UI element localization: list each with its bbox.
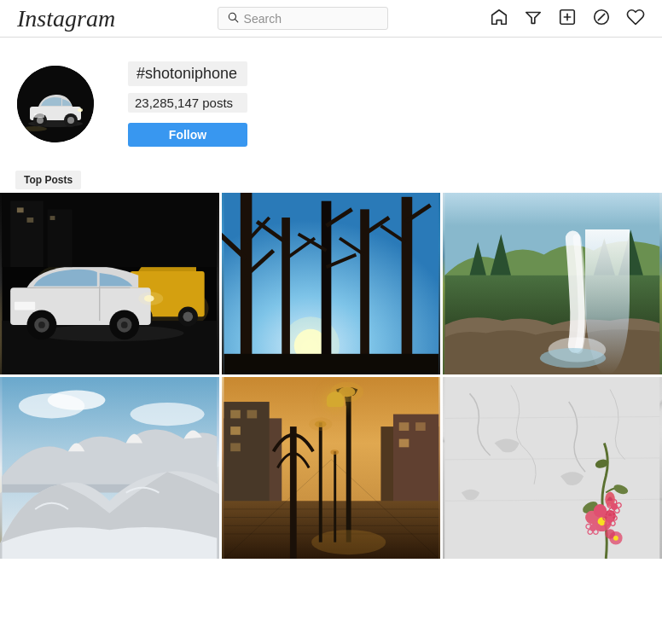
svg-rect-42 [17,207,24,212]
logo: Instagram [17,5,115,32]
nav-icons [490,8,645,29]
photo-2-image [222,193,441,374]
photo-2[interactable] [222,193,441,374]
photo-4[interactable] [0,377,219,559]
compass-icon[interactable] [592,8,611,29]
header: Instagram [0,0,662,38]
svg-point-69 [540,348,606,368]
svg-rect-50 [321,201,331,374]
svg-point-12 [37,117,44,124]
svg-point-22 [35,325,183,341]
photo-5-image [222,377,441,559]
svg-point-37 [138,292,163,305]
photo-6[interactable] [443,377,662,559]
svg-rect-16 [34,113,44,118]
svg-point-119 [613,536,618,541]
svg-point-35 [121,322,128,328]
svg-marker-7 [598,14,604,20]
profile-section: #shotoniphone 23,285,147 posts Follow [0,38,662,171]
search-icon [227,11,239,26]
svg-rect-40 [10,201,44,267]
photo-3-image [443,193,662,374]
photo-1[interactable] [0,193,219,374]
svg-point-72 [48,391,106,410]
svg-point-97 [311,530,386,554]
follow-button[interactable]: Follow [128,123,247,147]
avatar-car-svg [17,66,94,142]
svg-point-102 [330,450,339,455]
heart-icon[interactable] [626,8,645,29]
home-icon[interactable] [490,8,508,29]
explore-icon[interactable] [524,8,543,29]
svg-rect-78 [247,410,257,419]
svg-line-1 [235,20,237,22]
svg-point-15 [78,108,83,112]
svg-rect-48 [240,193,252,374]
photo-1-image [0,193,219,374]
add-icon[interactable] [558,8,577,29]
top-posts-section: Top Posts [0,171,662,559]
posts-count: 23,285,147 posts [128,93,247,113]
svg-rect-52 [401,197,412,374]
svg-rect-94 [346,390,351,542]
svg-rect-43 [27,218,34,223]
svg-point-27 [183,311,194,322]
svg-point-14 [67,117,74,124]
photo-3[interactable] [443,193,662,374]
svg-point-96 [330,382,363,402]
svg-point-73 [131,403,205,426]
search-bar[interactable] [218,7,388,30]
svg-rect-80 [230,443,241,451]
svg-point-32 [38,322,45,328]
profile-info: #shotoniphone 23,285,147 posts Follow [128,61,247,147]
svg-marker-2 [526,13,541,24]
svg-rect-38 [15,302,35,310]
svg-rect-85 [398,439,409,448]
svg-rect-83 [398,422,409,431]
search-input[interactable] [244,12,379,26]
svg-rect-98 [318,422,322,542]
svg-point-100 [309,417,332,430]
photo-4-image [0,377,219,559]
photo-6-image [443,377,662,559]
photo-grid [0,193,662,559]
avatar [17,66,94,142]
svg-point-113 [605,510,617,522]
svg-rect-84 [415,422,426,431]
svg-rect-65 [224,354,438,374]
svg-point-114 [594,504,607,517]
svg-rect-101 [334,451,336,542]
svg-rect-93 [290,426,297,559]
svg-point-115 [598,518,607,526]
avatar-image [17,66,94,142]
svg-rect-79 [230,426,241,435]
photo-5[interactable] [222,377,441,559]
svg-point-17 [21,126,47,131]
hashtag-title: #shotoniphone [128,61,247,86]
top-posts-label: Top Posts [15,171,81,189]
svg-rect-77 [230,410,241,419]
svg-rect-44 [50,216,55,220]
